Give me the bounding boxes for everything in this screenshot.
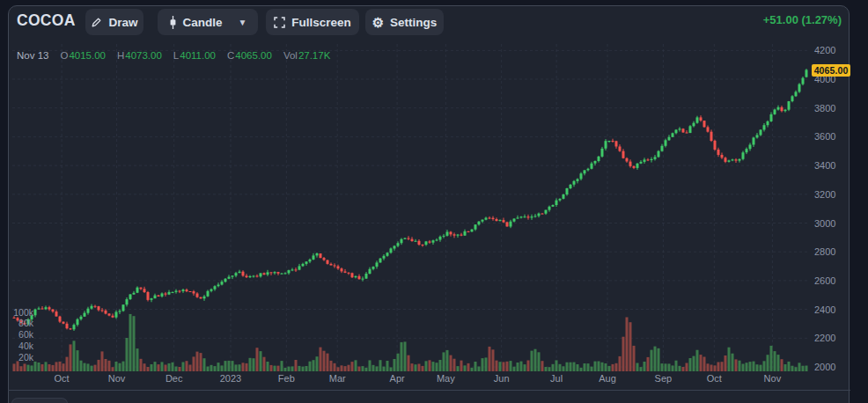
price-tick-label: 3200 bbox=[814, 189, 835, 200]
fullscreen-icon bbox=[274, 17, 285, 28]
time-tick-label: Nov bbox=[753, 373, 791, 384]
draw-button[interactable]: Draw bbox=[85, 9, 143, 35]
price-tick-label: 3400 bbox=[814, 160, 835, 171]
time-tick-label: Oct bbox=[42, 373, 81, 384]
legend-field: L4011.00 bbox=[173, 50, 216, 61]
chevron-down-icon: ▼ bbox=[239, 18, 247, 27]
draw-button-label: Draw bbox=[108, 16, 137, 29]
time-tick-label: 2023 bbox=[211, 373, 250, 384]
candle-button-label: Candle bbox=[183, 16, 223, 29]
price-tick-label: 2600 bbox=[814, 275, 835, 286]
time-tick-label: Sep bbox=[644, 373, 682, 384]
time-tick-label: Dec bbox=[155, 373, 194, 384]
gear-icon: ⚙ bbox=[372, 16, 384, 29]
price-tick-label: 4200 bbox=[814, 45, 835, 55]
legend-date: Nov 13 bbox=[17, 50, 48, 61]
time-tick-label: Jul bbox=[537, 373, 576, 384]
last-price-label: 4065.00 bbox=[812, 64, 850, 77]
time-tick-label: Apr bbox=[378, 373, 416, 384]
volume-tick-label: 40k bbox=[11, 341, 33, 351]
time-tick-label: Nov bbox=[98, 373, 136, 384]
legend-field: O4015.00 bbox=[60, 50, 106, 61]
volume-tick-label: 60k bbox=[11, 330, 33, 340]
price-tick-label: 3600 bbox=[814, 131, 835, 142]
time-tick-label: May bbox=[426, 373, 465, 384]
fullscreen-button[interactable]: Fullscreen bbox=[266, 9, 359, 35]
bottom-toolbar-button[interactable] bbox=[11, 398, 68, 403]
legend-field: C4065.00 bbox=[227, 50, 272, 61]
volume-tick-label: 80k bbox=[11, 319, 33, 328]
candle-type-button[interactable]: Candle ▼ bbox=[158, 9, 258, 35]
axis-divider bbox=[8, 390, 850, 391]
fullscreen-button-label: Fullscreen bbox=[291, 16, 351, 29]
ohlc-legend: Nov 13 O4015.00H4073.00L4011.00C4065.00V… bbox=[17, 50, 330, 61]
settings-button[interactable]: ⚙ Settings bbox=[365, 9, 444, 35]
price-tick-label: 2800 bbox=[814, 246, 835, 257]
time-tick-label: Jun bbox=[482, 373, 521, 384]
time-tick-label: Feb bbox=[267, 373, 305, 384]
time-tick-label: Oct bbox=[695, 373, 733, 384]
volume-layer bbox=[13, 314, 808, 371]
price-tick-label: 2000 bbox=[814, 362, 835, 372]
legend-field: Vol27.17K bbox=[283, 50, 330, 61]
price-tick-label: 3800 bbox=[814, 103, 835, 114]
candle-icon bbox=[169, 16, 177, 29]
volume-tick-label: 20k bbox=[11, 353, 33, 363]
symbol-title: COCOA bbox=[17, 11, 76, 30]
legend-field: H4073.00 bbox=[117, 50, 162, 61]
price-change: +51.00 (1.27%) bbox=[763, 13, 842, 26]
price-tick-label: 2200 bbox=[814, 333, 835, 343]
grid-layer bbox=[12, 44, 810, 371]
price-tick-label: 3000 bbox=[814, 218, 835, 229]
pencil-icon bbox=[91, 17, 102, 28]
volume-tick-label: 100k bbox=[11, 308, 33, 318]
settings-button-label: Settings bbox=[390, 16, 437, 29]
time-tick-label: Mar bbox=[318, 373, 357, 384]
price-tick-label: 2400 bbox=[814, 304, 835, 315]
time-tick-label: Aug bbox=[588, 373, 627, 384]
